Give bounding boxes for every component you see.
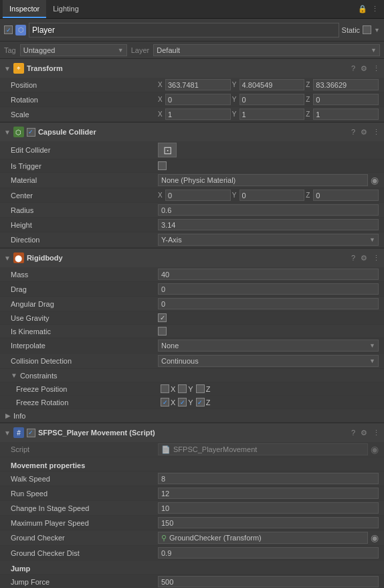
scale-row: Scale X Y Z	[0, 107, 384, 122]
tab-lighting[interactable]: Lighting	[46, 0, 86, 18]
script-actions: ? ⚙ ⋮	[351, 429, 380, 437]
interpolate-chevron-icon: ▼	[369, 342, 375, 349]
ground-checker-dot-icon[interactable]: ◉	[371, 532, 379, 543]
tab-inspector[interactable]: Inspector	[3, 0, 46, 18]
position-z-input[interactable]	[313, 79, 379, 90]
rigidbody-settings-icon[interactable]: ⚙	[361, 254, 367, 263]
run-speed-input[interactable]	[158, 488, 379, 499]
freeze-rot-y-checkbox[interactable]: ✓	[178, 398, 187, 407]
ground-checker-field[interactable]: ⚲ GroundChecker (Transform)	[158, 532, 368, 544]
script-title: SFPSC_Player Movement (Script)	[38, 429, 349, 437]
collider-more-icon[interactable]: ⋮	[373, 128, 380, 137]
freeze-rot-x-checkbox[interactable]: ✓	[161, 398, 169, 407]
script-component: ▼ # ✓ SFPSC_Player Movement (Script) ? ⚙…	[0, 423, 384, 588]
static-dropdown-icon[interactable]: ▼	[374, 27, 380, 33]
static-checkbox[interactable]	[363, 25, 371, 34]
script-icon: #	[13, 427, 24, 438]
constraints-label: Constraints	[20, 372, 58, 380]
script-settings-icon[interactable]: ⚙	[361, 429, 367, 437]
menu-icon[interactable]: ⋮	[371, 5, 379, 13]
material-dot-icon[interactable]: ◉	[371, 175, 379, 186]
freeze-pos-y-checkbox[interactable]	[178, 384, 187, 393]
freeze-pos-z-checkbox[interactable]	[196, 384, 205, 393]
collider-settings-icon[interactable]: ⚙	[361, 128, 367, 137]
collider-enabled-checkbox[interactable]: ✓	[27, 128, 35, 137]
edit-collider-button[interactable]: ⊡	[158, 143, 177, 157]
collider-arrow-icon: ▼	[4, 129, 11, 136]
walk-speed-input[interactable]	[158, 473, 379, 484]
direction-label: Direction	[11, 236, 158, 244]
script-more-icon[interactable]: ⋮	[373, 429, 380, 437]
scale-z-input[interactable]	[313, 108, 379, 120]
rigidbody-more-icon[interactable]: ⋮	[373, 254, 380, 263]
rotation-y-input[interactable]	[239, 94, 305, 105]
transform-settings-icon[interactable]: ⚙	[361, 64, 367, 73]
rotation-x-input[interactable]	[165, 94, 231, 105]
angular-drag-input[interactable]	[158, 298, 379, 309]
max-player-speed-label: Maximum Player Speed	[11, 519, 158, 527]
rigidbody-header[interactable]: ▼ ⬤ Rigidbody ? ⚙ ⋮	[0, 248, 384, 267]
height-input[interactable]	[158, 219, 379, 230]
layer-value: Default	[157, 46, 180, 54]
object-header: ✓ ⬡ Static ▼	[0, 19, 384, 42]
freeze-pos-x-checkbox[interactable]	[161, 384, 169, 393]
capsule-collider-header[interactable]: ▼ ⬡ ✓ Capsule Collider ? ⚙ ⋮	[0, 123, 384, 141]
lock-icon[interactable]: 🔒	[358, 5, 367, 13]
script-enabled-checkbox[interactable]: ✓	[27, 429, 35, 437]
center-z-input[interactable]	[313, 190, 379, 201]
interpolate-dropdown[interactable]: None ▼	[158, 340, 379, 352]
is-kinematic-checkbox[interactable]	[158, 327, 167, 336]
object-name-input[interactable]	[29, 23, 339, 38]
direction-dropdown[interactable]: Y-Axis ▼	[158, 234, 379, 246]
collider-icon: ⬡	[13, 127, 24, 137]
object-enabled-checkbox[interactable]: ✓	[4, 25, 13, 34]
position-y-input[interactable]	[239, 79, 305, 90]
rigidbody-help-icon[interactable]: ?	[351, 254, 355, 262]
freeze-rot-y-label: Y	[188, 398, 193, 407]
change-in-stage-speed-input[interactable]	[158, 502, 379, 514]
constraints-header[interactable]: ▼ Constraints	[0, 369, 384, 382]
scale-x-input[interactable]	[165, 108, 231, 120]
tag-dropdown[interactable]: Untagged ▼	[20, 44, 127, 56]
info-row[interactable]: ▶ Info	[0, 409, 384, 423]
collision-detection-value: Continuous	[161, 357, 199, 365]
scale-y-input[interactable]	[239, 108, 305, 120]
rotation-z-input[interactable]	[313, 94, 379, 105]
center-x-input[interactable]	[165, 190, 231, 201]
max-player-speed-input[interactable]	[158, 517, 379, 528]
change-in-stage-speed-label: Change In Stage Speed	[11, 504, 158, 512]
rotation-row: Rotation X Y Z	[0, 92, 384, 107]
freeze-rot-z-checkbox[interactable]: ✓	[196, 398, 205, 407]
rotation-x-label: X	[158, 96, 164, 103]
interpolate-row: Interpolate None ▼	[0, 338, 384, 354]
script-header[interactable]: ▼ # ✓ SFPSC_Player Movement (Script) ? ⚙…	[0, 423, 384, 442]
jump-force-row: Jump Force	[0, 575, 384, 588]
center-y-input[interactable]	[239, 190, 305, 201]
mass-input[interactable]	[158, 269, 379, 280]
script-file-icon: 📄	[161, 445, 171, 454]
transform-help-icon[interactable]: ?	[351, 64, 355, 72]
script-help-icon[interactable]: ?	[351, 429, 355, 437]
drag-input[interactable]	[158, 283, 379, 295]
ground-checker-dist-input[interactable]	[158, 547, 379, 559]
use-gravity-checkbox[interactable]	[158, 313, 167, 322]
transform-more-icon[interactable]: ⋮	[373, 64, 380, 73]
collider-help-icon[interactable]: ?	[351, 128, 355, 136]
transform-header[interactable]: ▼ ⌖ Transform ? ⚙ ⋮	[0, 59, 384, 78]
is-trigger-label: Is Trigger	[11, 162, 158, 170]
layer-dropdown[interactable]: Default ▼	[153, 44, 380, 56]
tag-layer-row: Tag Untagged ▼ Layer Default ▼	[0, 42, 384, 59]
freeze-rot-x-label: X	[171, 398, 175, 407]
position-x-input[interactable]	[165, 79, 231, 90]
transform-actions: ? ⚙ ⋮	[351, 64, 380, 73]
is-trigger-checkbox[interactable]	[158, 161, 167, 170]
collision-detection-dropdown[interactable]: Continuous ▼	[158, 355, 379, 367]
script-file-dot-icon[interactable]: ◉	[371, 444, 379, 455]
radius-input[interactable]	[158, 204, 379, 216]
ground-checker-dist-row: Ground Checker Dist	[0, 546, 384, 561]
position-z-label: Z	[306, 81, 312, 88]
material-field[interactable]: None (Physic Material)	[158, 174, 368, 186]
ground-checker-icon: ⚲	[161, 534, 167, 542]
jump-force-input[interactable]	[158, 576, 379, 587]
run-speed-row: Run Speed	[0, 486, 384, 501]
